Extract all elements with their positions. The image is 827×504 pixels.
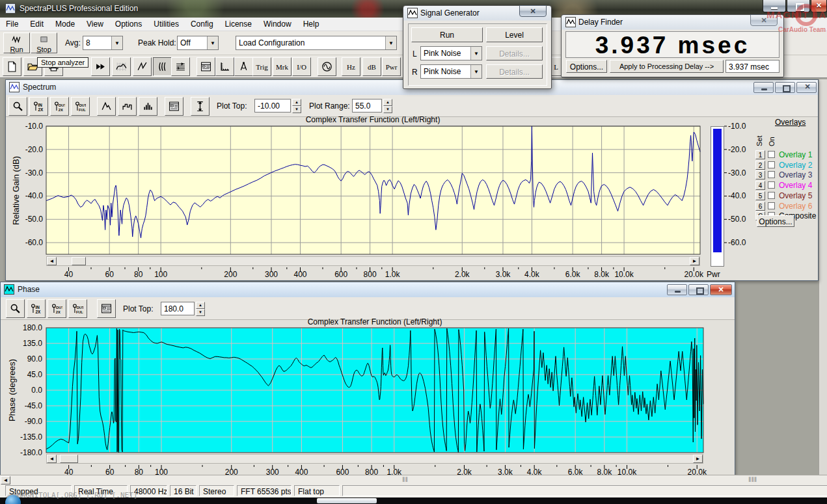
maximize-button[interactable]: [787, 0, 810, 12]
menu-item-license[interactable]: License: [219, 18, 258, 31]
menu-item-window[interactable]: Window: [258, 18, 297, 31]
left-details-button[interactable]: Details...: [486, 46, 543, 60]
toolbar-button-hz[interactable]: Hz: [342, 57, 360, 76]
phase-title-bar[interactable]: Phase ✕: [1, 282, 735, 298]
stop-button[interactable]: Stop: [31, 33, 57, 53]
chevron-down-icon[interactable]: ▼: [385, 36, 396, 49]
overlay-set-button-3[interactable]: 3: [755, 170, 765, 179]
generator-level-button[interactable]: Level: [486, 27, 543, 42]
plot-range-field[interactable]: 55.0: [352, 99, 382, 113]
plot-top-field[interactable]: -10.00: [254, 99, 291, 113]
signal-generator-close-button[interactable]: ✕: [519, 5, 547, 17]
mdi-h-scrollbar[interactable]: ◄ ⦀⦀ ⦀⦀⦀: [0, 475, 827, 484]
menu-item-options[interactable]: Options: [109, 18, 148, 31]
overlay-set-button-2[interactable]: 2: [755, 161, 765, 170]
toolbar-button-new-file[interactable]: [3, 57, 21, 76]
plot-top-spinner[interactable]: ▲▼: [292, 99, 301, 113]
signal-generator-title-bar[interactable]: Signal Generator ✕: [403, 6, 551, 21]
toolbar-button-magnifier[interactable]: [8, 97, 27, 116]
phase-close-button[interactable]: ✕: [710, 284, 732, 295]
toolbar-button-zoom-out-2x[interactable]: OUT2X: [50, 97, 69, 116]
apply-processing-delay-button[interactable]: Apply to Processing Delay -->: [610, 60, 724, 73]
toolbar-button-spectrum-display[interactable]: [112, 57, 131, 76]
toolbar-button-zoom-out-2x[interactable]: OUT2X: [47, 299, 66, 318]
menu-item-help[interactable]: Help: [297, 18, 325, 31]
menu-item-edit[interactable]: Edit: [24, 18, 49, 31]
toolbar-button-caliper[interactable]: [234, 57, 253, 76]
toolbar-button-zoom-in-2x[interactable]: IN2X: [29, 97, 48, 116]
toolbar-button-i-o[interactable]: I/O: [292, 57, 311, 76]
toolbar-button-mrk[interactable]: Mrk: [273, 57, 291, 76]
plot-top-spinner[interactable]: ▲▼: [196, 302, 205, 316]
load-configuration-select[interactable]: Load Configuration ▼: [236, 36, 397, 50]
delay-options-button[interactable]: Options...: [566, 60, 607, 73]
scroll-right-icon[interactable]: ►: [690, 257, 699, 265]
toolbar-button-window-list[interactable]: [197, 57, 215, 76]
toolbar-button-display-options[interactable]: [165, 97, 183, 116]
toolbar-button-step-plot[interactable]: [118, 97, 137, 116]
overlay-set-button-5[interactable]: 5: [755, 191, 765, 200]
taskbar-button[interactable]: [317, 498, 377, 503]
toolbar-button-magnifier[interactable]: [6, 299, 25, 318]
overlay-checkbox-6[interactable]: [768, 202, 775, 209]
toolbar-button-spectrogram[interactable]: [171, 57, 190, 76]
minimize-button[interactable]: [763, 0, 786, 12]
overlay-set-button-1[interactable]: 1: [755, 150, 765, 159]
scroll-thumb[interactable]: [60, 455, 78, 463]
toolbar-button-vertical-scale[interactable]: [191, 97, 210, 116]
toolbar-button-sine-generator[interactable]: [318, 57, 336, 76]
menu-item-view[interactable]: View: [81, 18, 109, 31]
scroll-left-icon[interactable]: ◄: [47, 257, 57, 265]
scroll-left-icon[interactable]: ◄: [1, 476, 10, 484]
toolbar-button-pwr[interactable]: Pwr: [382, 57, 401, 76]
chevron-down-icon[interactable]: ▼: [470, 47, 481, 60]
spectrum-close-button[interactable]: ✕: [796, 82, 817, 93]
spectrum-h-scrollbar[interactable]: ◄ ►: [46, 256, 700, 266]
overlay-checkbox-4[interactable]: [768, 181, 775, 189]
toolbar-button-fast-forward[interactable]: [91, 57, 110, 76]
delay-finder-title-bar[interactable]: Delay Finder ✕: [562, 15, 783, 30]
overlay-checkbox-3[interactable]: [768, 171, 775, 178]
menu-item-utilities[interactable]: Utilities: [148, 18, 185, 31]
scroll-right-icon[interactable]: ►: [693, 455, 703, 463]
overlay-checkbox-5[interactable]: [768, 192, 775, 199]
scroll-left-icon[interactable]: ◄: [47, 455, 57, 463]
generator-run-button[interactable]: Run: [411, 27, 483, 42]
menu-item-file[interactable]: File: [0, 18, 24, 31]
spectrum-minimize-button[interactable]: [753, 82, 774, 93]
peak-hold-select[interactable]: Off ▼: [177, 36, 219, 50]
toolbar-button-line-plot[interactable]: [97, 97, 116, 116]
toolbar-button-zoom-in-2x[interactable]: IN2X: [27, 299, 46, 318]
phase-maximize-button[interactable]: [688, 284, 709, 295]
plot-range-spinner[interactable]: ▲▼: [383, 99, 392, 113]
close-button[interactable]: ✕: [811, 0, 827, 12]
right-signal-select[interactable]: Pink Noise ▼: [420, 64, 482, 79]
toolbar-button-display-options[interactable]: [97, 299, 116, 318]
overlay-checkbox-1[interactable]: [768, 151, 775, 158]
chevron-down-icon[interactable]: ▼: [470, 65, 481, 78]
phase-h-scrollbar[interactable]: ◄ ►: [46, 454, 703, 464]
avg-select[interactable]: 8 ▼: [83, 36, 123, 50]
delay-value-field[interactable]: 3.937 msec: [725, 60, 780, 73]
toolbar-button-trig[interactable]: Trig: [252, 57, 271, 76]
menu-item-mode[interactable]: Mode: [49, 18, 81, 31]
overlay-checkbox-2[interactable]: [768, 161, 775, 168]
toolbar-button-zoom-full[interactable]: OUTFULL: [68, 299, 87, 318]
left-signal-select[interactable]: Pink Noise ▼: [420, 46, 482, 60]
toolbar-button-bar-plot[interactable]: [139, 97, 157, 116]
toolbar-button-time-series[interactable]: [133, 57, 152, 76]
menu-item-config[interactable]: Config: [185, 18, 219, 31]
chevron-down-icon[interactable]: ▼: [111, 36, 122, 49]
plot-top-field[interactable]: 180.0: [161, 302, 195, 315]
phase-minimize-button[interactable]: [667, 284, 687, 295]
chevron-down-icon[interactable]: ▼: [207, 36, 218, 49]
toolbar-button-zoom-full[interactable]: OUTFULL: [71, 97, 90, 116]
toolbar-button-ruler[interactable]: [215, 57, 234, 76]
toolbar-button-waterfall[interactable]: [153, 57, 172, 76]
overlay-set-button-4[interactable]: 4: [755, 181, 765, 190]
right-details-button[interactable]: Details...: [486, 64, 543, 79]
toolbar-button-db[interactable]: dB: [362, 57, 381, 76]
mdi-vertical-scrollbar[interactable]: [819, 79, 827, 475]
overlays-options-button[interactable]: Options...: [757, 215, 794, 227]
scroll-thumb[interactable]: [72, 257, 86, 265]
